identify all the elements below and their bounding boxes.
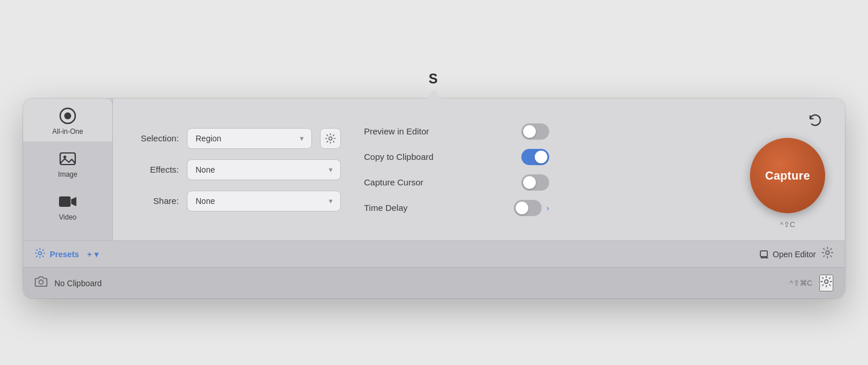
preview-toggle-thumb [523,125,536,138]
delay-chevron-icon[interactable]: › [546,203,549,213]
all-in-one-label: All-in-One [52,127,83,136]
share-row: Share: None Email AirDrop Messages ▼ [127,191,341,211]
capture-section: Capture ^⇧C [750,110,831,229]
sidebar-item-image[interactable]: Image [23,141,112,184]
effects-select-wrapper: None Shadow Border Rounded Corners ▼ [187,159,341,180]
selection-select-wrapper: Region Window Full Screen Custom ▼ [187,128,312,149]
clipboard-shortcut: ^⇧⌘C [790,279,813,287]
share-select-wrapper: None Email AirDrop Messages ▼ [187,191,341,211]
clipboard-toggle[interactable] [521,149,549,165]
presets-bar: Presets + ▾ Open Editor [23,240,845,267]
presets-gear-icon [35,248,45,261]
video-icon [58,192,77,211]
main-content: All-in-One Image [23,98,845,240]
clipboard-label: Copy to Clipboard [364,152,433,162]
svg-rect-3 [60,153,75,165]
open-editor-label: Open Editor [773,250,816,259]
clipboard-bar: No Clipboard ^⇧⌘C [23,267,845,298]
presets-settings-button[interactable] [822,247,833,261]
effects-label: Effects: [127,165,179,174]
selection-select[interactable]: Region Window Full Screen Custom [187,128,312,149]
svg-point-4 [64,156,67,159]
add-preset-label: + ▾ [87,250,98,259]
share-select[interactable]: None Email AirDrop Messages [187,191,341,211]
svg-point-8 [39,280,43,284]
svg-point-2 [64,112,71,119]
cursor-toggle[interactable] [521,174,549,191]
menubar-icon[interactable]: S [422,67,446,90]
image-icon [58,149,77,168]
clipboard-toggle-row: Copy to Clipboard [364,149,549,165]
share-label: Share: [127,196,179,206]
clipboard-text: No Clipboard [54,279,102,288]
clipboard-settings-button[interactable] [819,275,833,291]
delay-toggle-controls: › [514,200,549,216]
delay-toggle-thumb [516,202,528,214]
effects-select[interactable]: None Shadow Border Rounded Corners [187,159,341,180]
main-panel: All-in-One Image [23,98,845,298]
panel-body: All-in-One Image [23,98,845,298]
cursor-toggle-controls [521,174,549,191]
cursor-toggle-row: Capture Cursor [364,174,549,191]
cursor-toggle-thumb [523,176,536,189]
video-label: Video [59,213,76,221]
delay-label: Time Delay [364,203,407,213]
svg-rect-5 [59,196,71,207]
reset-button[interactable] [804,110,825,131]
svg-marker-6 [71,197,76,206]
cursor-label: Capture Cursor [364,177,424,187]
clipboard-left: No Clipboard [35,276,102,290]
form-section: Selection: Region Window Full Screen Cus… [127,128,341,211]
image-label: Image [58,170,77,178]
delay-toggle[interactable] [514,200,542,216]
popover-arrow [426,90,442,99]
preview-toggle-row: Preview in Editor [364,123,549,140]
presets-label[interactable]: Presets [50,250,79,259]
content-area: Selection: Region Window Full Screen Cus… [113,98,845,240]
presets-right: Open Editor [760,247,833,261]
sidebar: All-in-One Image [23,98,113,240]
preview-toggle-controls [521,123,549,140]
clipboard-toggle-controls [521,149,549,165]
sidebar-item-all-in-one[interactable]: All-in-One [23,98,112,141]
selection-label: Selection: [127,133,179,143]
capture-shortcut: ^⇧C [780,220,796,229]
delay-toggle-row: Time Delay › [364,200,549,216]
clipboard-toggle-thumb [535,151,547,163]
selection-row: Selection: Region Window Full Screen Cus… [127,128,341,149]
selection-gear-button[interactable] [320,128,341,149]
all-in-one-icon [58,107,77,125]
presets-left: Presets + ▾ [35,248,102,261]
app-container: S All-in-One [23,67,845,298]
toggles-section: Preview in Editor Copy to Clipboard [364,123,549,216]
clipboard-camera-icon [35,276,47,290]
capture-button-label: Capture [765,169,810,183]
effects-row: Effects: None Shadow Border Rounded Corn… [127,159,341,180]
preview-label: Preview in Editor [364,126,429,136]
sidebar-item-video[interactable]: Video [23,184,112,227]
svg-text:S: S [429,71,438,86]
svg-rect-7 [760,251,767,257]
open-editor-button[interactable]: Open Editor [760,250,816,259]
capture-button[interactable]: Capture [750,138,825,213]
preview-toggle[interactable] [521,123,549,140]
clipboard-right: ^⇧⌘C [790,275,834,291]
add-preset-button[interactable]: + ▾ [84,249,102,260]
